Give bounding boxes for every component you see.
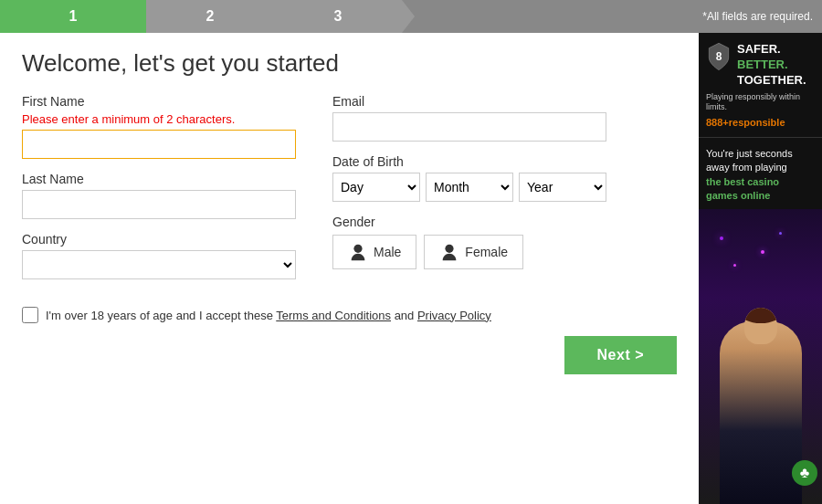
sidebar-ad: 8 SAFER. BETTER. TOGETHER. Playing respo…	[699, 33, 822, 504]
first-name-group: First Name Please enter a minimum of 2 c…	[22, 94, 296, 159]
woman-hair	[744, 308, 777, 323]
next-button-row: Next >	[22, 336, 677, 374]
female-button[interactable]: Female	[424, 235, 523, 269]
sparkle-1	[720, 236, 723, 240]
gender-label: Gender	[332, 215, 606, 229]
form-col-left: First Name Please enter a minimum of 2 c…	[22, 94, 296, 292]
country-label: Country	[22, 232, 296, 247]
next-button[interactable]: Next >	[564, 336, 677, 374]
ad-sub-text: Playing responsibly within limits.	[706, 92, 815, 113]
female-icon	[439, 242, 459, 262]
dob-label: Date of Birth	[332, 154, 606, 169]
month-select[interactable]: Month	[426, 173, 513, 202]
sparkle-2	[761, 250, 764, 254]
ad-shield: 8 SAFER. BETTER. TOGETHER.	[706, 42, 815, 89]
male-button[interactable]: Male	[332, 235, 416, 269]
page-title: Welcome, let's get you started	[22, 49, 677, 78]
sparkle-3	[779, 232, 782, 235]
male-icon	[348, 242, 368, 262]
sparkle-4	[733, 264, 736, 267]
first-name-label: First Name	[22, 94, 296, 109]
green-circle: ♣	[792, 460, 817, 486]
email-label: Email	[332, 94, 606, 109]
form-section: Welcome, let's get you started First Nam…	[0, 33, 699, 504]
terms-text: I'm over 18 years of age and I accept th…	[46, 309, 491, 322]
email-input[interactable]	[332, 112, 606, 142]
email-group: Email	[332, 94, 606, 142]
gender-buttons: Male Female	[332, 235, 606, 269]
form-columns: First Name Please enter a minimum of 2 c…	[22, 94, 677, 292]
woman-figure	[720, 321, 802, 504]
terms-checkbox[interactable]	[22, 307, 38, 323]
ad-888-logo: 888+responsible	[706, 117, 815, 128]
last-name-group: Last Name	[22, 172, 296, 219]
progress-step-3: 3	[274, 0, 402, 33]
ad-safer-text: SAFER. BETTER. TOGETHER.	[737, 42, 806, 89]
gender-group: Gender Male	[332, 215, 606, 269]
progress-step-1: 1	[0, 0, 146, 33]
sparkles	[706, 227, 815, 282]
day-select[interactable]: Day	[332, 173, 420, 202]
shield-icon: 8	[706, 42, 732, 71]
first-name-input[interactable]	[22, 130, 296, 159]
progress-step-2: 2	[146, 0, 274, 33]
svg-text:8: 8	[716, 50, 722, 63]
ad-image-area: ♣	[699, 209, 822, 504]
ad-promo-text: You're just seconds away from playing th…	[699, 142, 822, 209]
svg-point-1	[446, 245, 454, 253]
main-area: Welcome, let's get you started First Nam…	[0, 33, 822, 504]
privacy-link[interactable]: Privacy Policy	[417, 309, 491, 322]
first-name-error: Please enter a minimum of 2 characters.	[22, 112, 296, 126]
last-name-label: Last Name	[22, 172, 296, 186]
woman-head	[744, 308, 777, 344]
required-note: *All fields are required.	[702, 0, 822, 33]
year-select[interactable]: Year	[519, 173, 606, 202]
dob-selects: Day Month Year	[332, 173, 606, 202]
country-select[interactable]	[22, 250, 296, 279]
ad-top: 8 SAFER. BETTER. TOGETHER. Playing respo…	[699, 33, 822, 133]
terms-checkbox-row: I'm over 18 years of age and I accept th…	[22, 307, 677, 323]
last-name-input[interactable]	[22, 190, 296, 219]
progress-bar: 1 2 3 *All fields are required.	[0, 0, 822, 33]
form-col-right: Email Date of Birth Day Month Year	[332, 94, 606, 292]
dob-group: Date of Birth Day Month Year	[332, 154, 606, 202]
terms-link[interactable]: Terms and Conditions	[276, 309, 391, 322]
svg-point-0	[353, 245, 362, 253]
ad-divider	[699, 137, 822, 138]
country-group: Country	[22, 232, 296, 279]
